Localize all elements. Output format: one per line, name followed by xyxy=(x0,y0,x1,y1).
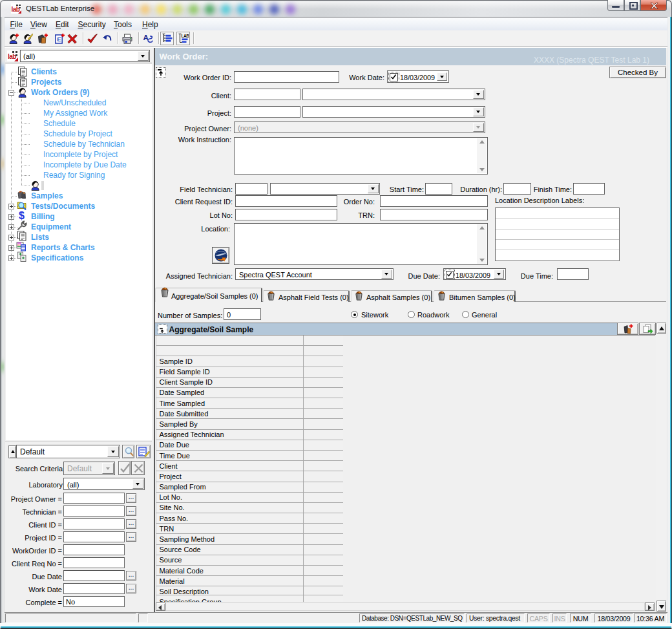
svg-text:LAB: LAB xyxy=(181,34,189,38)
svg-text:E: E xyxy=(57,36,61,43)
